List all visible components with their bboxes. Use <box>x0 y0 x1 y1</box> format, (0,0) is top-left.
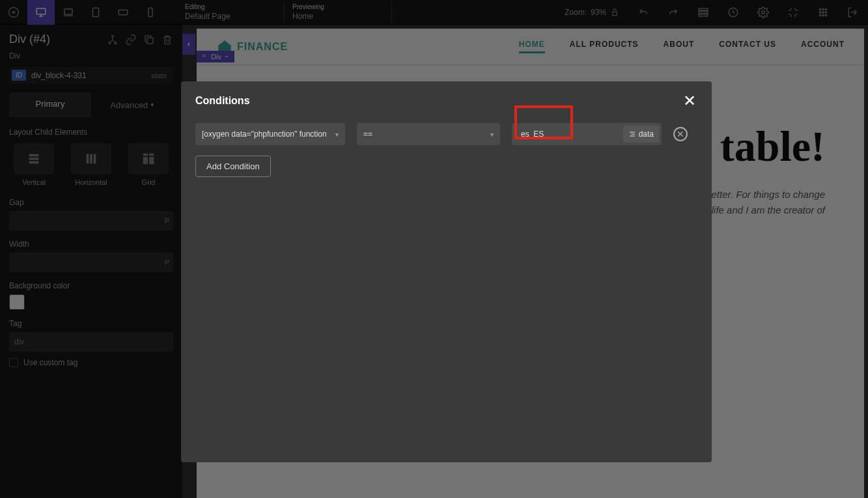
condition-operator-field[interactable]: == ▾ <box>357 123 500 145</box>
condition-left-field[interactable]: [oxygen data="phpfunction" function ▾ <box>195 123 345 145</box>
conditions-modal: Conditions ✕ [oxygen data="phpfunction" … <box>181 81 712 462</box>
condition-left-text: [oxygen data="phpfunction" function <box>202 130 335 139</box>
add-condition-button[interactable]: Add Condition <box>195 156 271 177</box>
modal-header: Conditions ✕ <box>195 93 697 109</box>
modal-title: Conditions <box>195 95 250 107</box>
chevron-down-icon: ▾ <box>490 131 494 138</box>
condition-value-field[interactable]: es_ES data <box>512 123 662 145</box>
data-button-label: data <box>639 130 654 139</box>
remove-condition-button[interactable]: ✕ <box>673 127 688 141</box>
modal-close-button[interactable]: ✕ <box>682 93 697 109</box>
condition-row: [oxygen data="phpfunction" function ▾ ==… <box>195 123 697 145</box>
data-button[interactable]: data <box>623 126 659 143</box>
condition-operator-text: == <box>363 130 490 139</box>
data-icon <box>628 130 636 138</box>
chevron-down-icon: ▾ <box>335 131 339 138</box>
